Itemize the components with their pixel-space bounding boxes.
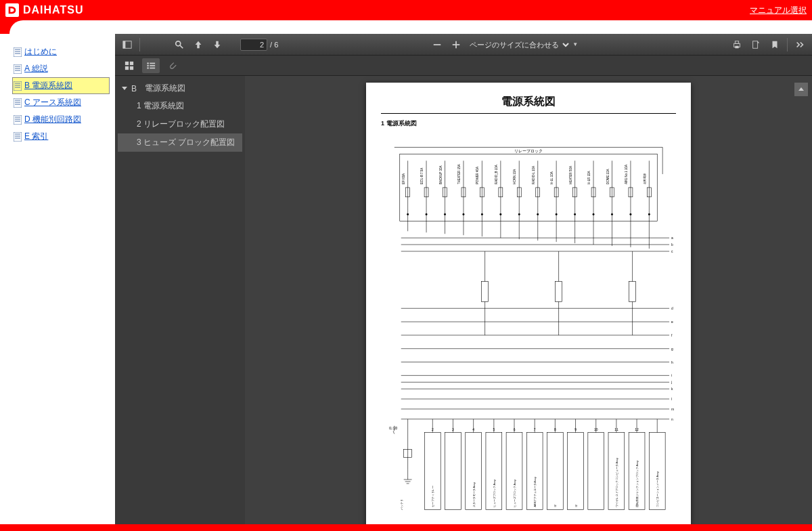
svg-text:m: m — [671, 408, 674, 411]
outline-tab[interactable] — [142, 58, 160, 73]
nav-label: E 索引 — [24, 131, 48, 142]
svg-rect-34 — [753, 41, 758, 48]
nav-label: B 電源系統図 — [24, 80, 72, 91]
svg-rect-47 — [400, 154, 658, 221]
attachments-tab[interactable] — [164, 58, 181, 73]
svg-text:ABSアクチュエータAssy: ABSアクチュエータAssy — [533, 477, 537, 507]
svg-text:n: n — [671, 418, 673, 421]
svg-rect-125 — [482, 282, 489, 302]
file-icon — [14, 115, 22, 125]
svg-text:c: c — [671, 250, 673, 253]
page-area[interactable]: 電源系統図 1 電源系統図 リレーブロックEFI 60AECU-B 7.5ABA… — [245, 76, 812, 531]
svg-point-26 — [176, 41, 181, 45]
chevron-down-icon: ▼ — [572, 41, 578, 47]
svg-text:RADIO_B 10A: RADIO_B 10A — [495, 165, 498, 184]
svg-rect-20 — [14, 132, 22, 142]
svg-line-27 — [180, 45, 183, 47]
next-page-button[interactable] — [208, 37, 227, 53]
thumbnails-tab[interactable] — [120, 58, 138, 73]
nav-label: D 機能別回路図 — [24, 114, 81, 125]
svg-text:j: j — [671, 381, 672, 384]
svg-text:バッテリ: バッテリ — [400, 499, 403, 511]
svg-text:RADIO-L 10A: RADIO-L 10A — [532, 166, 535, 184]
section-title: 1 電源系統図 — [381, 119, 676, 128]
download-button[interactable] — [746, 37, 765, 53]
svg-text:a: a — [671, 236, 673, 240]
zoom-in-button[interactable] — [447, 37, 466, 53]
svg-rect-36 — [130, 61, 133, 64]
viewer-toolbar: / 6 ページのサイズに合わせる ▼ — [115, 34, 812, 56]
bookmark-button[interactable] — [765, 37, 784, 53]
nav-item-c[interactable]: C アース系統図 — [12, 94, 110, 111]
outline-section-title: 電源系統図 — [145, 83, 185, 94]
tools-button[interactable] — [790, 37, 809, 53]
svg-text:d: d — [671, 307, 673, 310]
zoom-select[interactable]: ページのサイズに合わせる — [466, 39, 571, 51]
svg-point-41 — [147, 64, 149, 66]
svg-text:H-LR 10A: H-LR 10A — [587, 171, 591, 184]
svg-rect-0 — [14, 47, 22, 57]
pdf-page: 電源系統図 1 電源系統図 リレーブロックEFI 60AECU-B 7.5ABA… — [366, 83, 691, 531]
toggle-sidebar-button[interactable] — [118, 37, 137, 53]
file-icon — [14, 132, 22, 142]
header-curve — [0, 20, 812, 34]
page-title-rule — [381, 113, 676, 114]
svg-text:コンビネーションメータAssy: コンビネーションメータAssy — [656, 471, 659, 507]
svg-text:k: k — [671, 387, 673, 391]
svg-text:リレーブロック: リレーブロック — [514, 148, 543, 153]
file-icon — [14, 47, 22, 57]
nav-item-d[interactable]: D 機能別回路図 — [12, 111, 110, 128]
brand-logo-icon — [5, 3, 19, 17]
file-icon — [14, 98, 22, 108]
zoom-out-button[interactable] — [428, 37, 447, 53]
brand: DAIHATSU — [5, 3, 83, 17]
svg-rect-128 — [556, 282, 562, 302]
nav-item-e[interactable]: E 索引 — [12, 128, 110, 145]
nav-item-a[interactable]: A 総説 — [12, 60, 110, 77]
manual-select-link[interactable]: マニュアル選択 — [750, 5, 807, 16]
svg-text:BACKUP 30A: BACKUP 30A — [439, 166, 443, 184]
svg-rect-42 — [150, 65, 155, 66]
nav-label: C アース系統図 — [24, 97, 81, 108]
pdf-viewer: / 6 ページのサイズに合わせる ▼ B 電源系統図 — [115, 34, 812, 531]
outline-item-1[interactable]: 1 電源系統図 — [118, 97, 242, 115]
svg-text:g: g — [671, 347, 673, 351]
svg-rect-44 — [150, 67, 155, 68]
nav-item-intro[interactable]: はじめに — [12, 43, 110, 60]
svg-rect-131 — [629, 282, 636, 302]
scroll-up-button[interactable] — [794, 83, 808, 96]
svg-text:ECU-B 7.5A: ECU-B 7.5A — [420, 168, 424, 184]
brand-text: DAIHATSU — [23, 4, 83, 16]
svg-text:AM1 No.1 10A: AM1 No.1 10A — [625, 165, 628, 184]
svg-text:H-LL 10A: H-LL 10A — [550, 171, 554, 184]
nav-item-b[interactable]: B 電源系統図 — [12, 77, 110, 94]
nav-label: A 総説 — [24, 63, 48, 75]
file-icon — [14, 81, 22, 91]
outline-item-3[interactable]: 3 ヒューズ ブロック配置図 — [118, 133, 242, 152]
outline-section[interactable]: B 電源系統図 — [118, 80, 242, 97]
left-nav: はじめに A 総説 B 電源系統図 C アース系統図 D 機能別回路図 E 索引 — [0, 34, 115, 531]
svg-text:ヒューズブロックAssy: ヒューズブロックAssy — [513, 480, 516, 507]
svg-text:I1:3,0: I1:3,0 — [389, 427, 398, 430]
outline-item-2[interactable]: 2 リレーブロック配置図 — [118, 115, 242, 133]
svg-rect-28 — [434, 44, 441, 45]
chevron-down-icon — [122, 87, 127, 90]
search-button[interactable] — [170, 37, 189, 53]
svg-text:セーフティリレー: セーフティリレー — [431, 486, 434, 507]
svg-text:HORN 10A: HORN 10A — [513, 169, 516, 184]
svg-text:l: l — [671, 398, 672, 401]
print-button[interactable] — [727, 37, 746, 53]
svg-rect-32 — [735, 41, 738, 43]
top-bar: DAIHATSU マニュアル選択 — [0, 0, 812, 20]
content-area: はじめに A 総説 B 電源系統図 C アース系統図 D 機能別回路図 E 索引 — [0, 34, 812, 531]
svg-text:スタータモータAssy: スタータモータAssy — [472, 482, 476, 507]
svg-text:ワイヤレスドアロックコンピュータAssy: ワイヤレスドアロックコンピュータAssy — [615, 458, 618, 507]
page-number-input[interactable] — [240, 39, 267, 51]
svg-text:HEATER 50A: HEATER 50A — [569, 166, 572, 184]
svg-point-43 — [147, 67, 149, 69]
prev-page-button[interactable] — [189, 37, 208, 53]
svg-text:起動電源: 起動電源 — [643, 173, 646, 184]
svg-text:h: h — [671, 361, 673, 364]
svg-text:i: i — [671, 374, 672, 377]
svg-text:ヒューズブロックAssy: ヒューズブロックAssy — [493, 480, 496, 507]
